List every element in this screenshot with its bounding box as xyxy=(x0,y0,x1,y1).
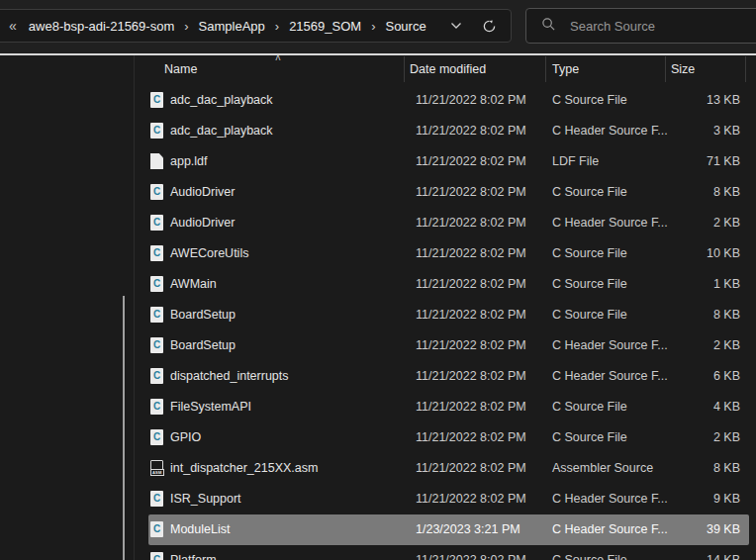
file-date-modified: 11/21/2022 8:02 PM xyxy=(416,400,526,414)
c-file-icon: C xyxy=(150,368,163,384)
breadcrumb-item[interactable]: Source xyxy=(383,17,427,36)
column-header-name[interactable]: Name xyxy=(164,62,197,76)
file-row[interactable]: C AudioDriver 11/21/2022 8:02 PM C Heade… xyxy=(148,208,749,238)
file-row[interactable]: C adc_dac_playback 11/21/2022 8:02 PM C … xyxy=(148,116,749,146)
toolbar: « awe8-bsp-adi-21569-som›SampleApp›21569… xyxy=(0,0,756,53)
c-file-icon: C xyxy=(150,429,163,445)
file-row[interactable]: C ISR_Support 11/21/2022 8:02 PM C Heade… xyxy=(148,484,749,514)
file-type: C Source File xyxy=(552,553,627,560)
file-date-modified: 11/21/2022 8:02 PM xyxy=(416,185,526,199)
breadcrumb-overflow-icon[interactable]: « xyxy=(9,18,17,34)
file-row[interactable]: C dispatched_interrupts 11/21/2022 8:02 … xyxy=(148,361,749,392)
column-resize-handle[interactable] xyxy=(545,56,546,82)
c-file-icon: C xyxy=(150,245,163,261)
file-name: FileSystemAPI xyxy=(170,400,251,414)
file-name: adc_dac_playback xyxy=(170,124,273,138)
file-name: BoardSetup xyxy=(170,308,236,322)
breadcrumb-separator-icon: › xyxy=(267,19,287,34)
c-file-icon: C xyxy=(150,307,163,323)
file-size: 2 KB xyxy=(713,338,740,352)
file-size: 10 KB xyxy=(707,246,740,260)
column-resize-handle[interactable] xyxy=(404,56,405,82)
search-input[interactable] xyxy=(568,18,756,35)
file-date-modified: 11/21/2022 8:02 PM xyxy=(416,461,526,475)
file-row[interactable]: app.ldf 11/21/2022 8:02 PM LDF File 71 K… xyxy=(148,146,749,177)
breadcrumb-item[interactable]: SampleApp xyxy=(197,17,267,36)
file-size: 39 KB xyxy=(707,522,740,536)
breadcrumb-separator-icon: › xyxy=(363,19,383,34)
c-file-icon: C xyxy=(150,552,163,560)
file-name: GPIO xyxy=(170,430,201,444)
file-size: 8 KB xyxy=(713,185,740,199)
file-size: 3 KB xyxy=(713,124,740,138)
file-size: 2 KB xyxy=(713,430,740,444)
file-date-modified: 11/21/2022 8:02 PM xyxy=(416,430,526,444)
file-name: ModuleList xyxy=(170,522,230,536)
file-size: 8 KB xyxy=(713,308,740,322)
file-row[interactable]: C BoardSetup 11/21/2022 8:02 PM C Header… xyxy=(148,330,749,361)
file-row[interactable]: C AudioDriver 11/21/2022 8:02 PM C Sourc… xyxy=(148,177,749,208)
refresh-icon[interactable] xyxy=(482,19,497,34)
file-type: C Source File xyxy=(552,277,627,291)
file-row[interactable]: C BoardSetup 11/21/2022 8:02 PM C Source… xyxy=(148,300,749,330)
file-date-modified: 11/21/2022 8:02 PM xyxy=(416,246,526,260)
asm-label: ASM xyxy=(150,469,164,476)
asm-file-icon: ASM xyxy=(150,460,163,476)
breadcrumb-separator-icon: › xyxy=(176,19,196,34)
file-size: 6 KB xyxy=(713,369,740,383)
file-name: Platform xyxy=(170,553,217,560)
search-box[interactable] xyxy=(525,8,756,44)
sort-ascending-icon: ˄ xyxy=(275,52,281,63)
file-size: 8 KB xyxy=(713,461,740,475)
file-row[interactable]: C Platform 11/21/2022 8:02 PM C Source F… xyxy=(148,545,749,560)
breadcrumb-item[interactable]: 21569_SOM xyxy=(287,17,363,36)
file-type: C Header Source F... xyxy=(552,369,668,383)
file-name: AWMain xyxy=(170,277,217,291)
column-resize-handle[interactable] xyxy=(665,56,666,82)
file-date-modified: 11/21/2022 8:02 PM xyxy=(416,308,526,322)
breadcrumb: awe8-bsp-adi-21569-som›SampleApp›21569_S… xyxy=(27,17,428,36)
file-name: app.ldf xyxy=(170,154,208,168)
c-file-icon: C xyxy=(150,399,163,415)
address-dropdown-chevron-icon[interactable] xyxy=(450,22,462,30)
file-row[interactable]: C GPIO 11/21/2022 8:02 PM C Source File … xyxy=(148,422,749,453)
file-row[interactable]: C AWECoreUtils 11/21/2022 8:02 PM C Sour… xyxy=(148,238,749,269)
file-type: C Source File xyxy=(552,430,627,444)
file-type: C Source File xyxy=(552,400,627,414)
c-file-icon: C xyxy=(150,184,163,200)
file-name: AudioDriver xyxy=(170,185,235,199)
file-name: ISR_Support xyxy=(170,492,241,506)
search-icon xyxy=(541,17,556,36)
file-size: 1 KB xyxy=(713,277,740,291)
file-row[interactable]: C AWMain 11/21/2022 8:02 PM C Source Fil… xyxy=(148,269,749,300)
c-file-icon: C xyxy=(150,123,163,139)
file-date-modified: 11/21/2022 8:02 PM xyxy=(416,277,526,291)
c-file-icon: C xyxy=(150,521,163,537)
file-date-modified: 11/21/2022 8:02 PM xyxy=(416,154,526,168)
file-row[interactable]: ASM int_dispatcher_215XX.asm 11/21/2022 … xyxy=(148,453,749,484)
file-name: BoardSetup xyxy=(170,338,236,352)
file-type: C Header Source F... xyxy=(552,216,668,230)
file-row[interactable]: C adc_dac_playback 11/21/2022 8:02 PM C … xyxy=(148,85,749,116)
file-row[interactable]: C ModuleList 1/23/2023 3:21 PM C Header … xyxy=(148,514,749,545)
file-date-modified: 11/21/2022 8:02 PM xyxy=(416,216,526,230)
c-file-icon: C xyxy=(150,92,163,108)
file-type: C Header Source F... xyxy=(552,338,668,352)
column-resize-handle[interactable] xyxy=(745,56,746,82)
file-name: AudioDriver xyxy=(170,216,235,230)
column-header-date-modified[interactable]: Date modified xyxy=(410,62,486,76)
address-bar[interactable]: « awe8-bsp-adi-21569-som›SampleApp›21569… xyxy=(0,9,512,43)
column-header-type[interactable]: Type xyxy=(552,62,579,76)
file-type: C Header Source F... xyxy=(552,492,668,506)
breadcrumb-item[interactable]: awe8-bsp-adi-21569-som xyxy=(27,17,176,36)
c-file-icon: C xyxy=(150,276,163,292)
file-type: C Header Source F... xyxy=(552,124,668,138)
file-size: 13 KB xyxy=(707,93,740,107)
file-type: C Source File xyxy=(552,93,627,107)
file-row[interactable]: C FileSystemAPI 11/21/2022 8:02 PM C Sou… xyxy=(148,392,749,422)
column-header-size[interactable]: Size xyxy=(671,62,695,76)
file-date-modified: 11/21/2022 8:02 PM xyxy=(416,338,526,352)
c-file-icon: C xyxy=(150,491,163,507)
file-size: 71 KB xyxy=(707,154,740,168)
file-name: int_dispatcher_215XX.asm xyxy=(170,461,318,475)
